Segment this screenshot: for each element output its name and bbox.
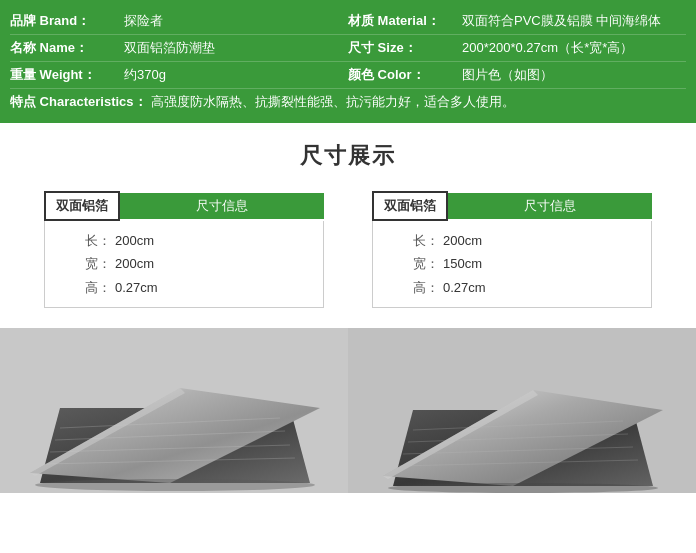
material-label: 材质 Material： xyxy=(348,12,458,30)
size-label: 尺寸 Size： xyxy=(348,39,458,57)
images-area xyxy=(0,328,696,493)
dim-value-1-0: 200cm xyxy=(443,229,482,252)
dim-label-1-2: 高： xyxy=(413,276,439,299)
material-value: 双面符合PVC膜及铝膜 中间海绵体 xyxy=(462,12,686,30)
card-info-header-1: 尺寸信息 xyxy=(448,193,652,219)
section-title: 尺寸展示 xyxy=(0,123,696,181)
char-cell: 特点 Characteristics： 高强度防水隔热、抗撕裂性能强、抗污能力好… xyxy=(10,93,686,111)
size-value: 200*200*0.27cm（长*宽*高） xyxy=(462,39,686,57)
color-label: 颜色 Color： xyxy=(348,66,458,84)
dim-label-0-0: 长： xyxy=(85,229,111,252)
name-cell: 名称 Name： 双面铝箔防潮垫 xyxy=(10,39,348,57)
info-row-brand-material: 品牌 Brand： 探险者 材质 Material： 双面符合PVC膜及铝膜 中… xyxy=(10,8,686,35)
dim-value-0-2: 0.27cm xyxy=(115,276,158,299)
card-info-header-0: 尺寸信息 xyxy=(120,193,324,219)
dim-row-1-2: 高：0.27cm xyxy=(413,276,631,299)
dim-row-1-0: 长：200cm xyxy=(413,229,631,252)
card-header-0: 双面铝箔尺寸信息 xyxy=(44,191,324,221)
weight-label: 重量 Weight： xyxy=(10,66,120,84)
dim-label-1-1: 宽： xyxy=(413,252,439,275)
weight-cell: 重量 Weight： 约370g xyxy=(10,66,348,84)
color-cell: 颜色 Color： 图片色（如图） xyxy=(348,66,686,84)
dimension-card-1: 双面铝箔尺寸信息长：200cm宽：150cm高：0.27cm xyxy=(372,191,652,308)
card-badge-1: 双面铝箔 xyxy=(372,191,448,221)
brand-label: 品牌 Brand： xyxy=(10,12,120,30)
info-row-name-size: 名称 Name： 双面铝箔防潮垫 尺寸 Size： 200*200*0.27cm… xyxy=(10,35,686,62)
size-cell: 尺寸 Size： 200*200*0.27cm（长*宽*高） xyxy=(348,39,686,57)
char-value: 高强度防水隔热、抗撕裂性能强、抗污能力好，适合多人使用。 xyxy=(151,93,686,111)
dim-value-1-1: 150cm xyxy=(443,252,482,275)
dim-label-0-2: 高： xyxy=(85,276,111,299)
dimension-area: 双面铝箔尺寸信息长：200cm宽：200cm高：0.27cm双面铝箔尺寸信息长：… xyxy=(0,181,696,328)
dim-row-0-0: 长：200cm xyxy=(85,229,303,252)
brand-cell: 品牌 Brand： 探险者 xyxy=(10,12,348,30)
dim-row-0-2: 高：0.27cm xyxy=(85,276,303,299)
dim-value-0-0: 200cm xyxy=(115,229,154,252)
card-info-body-1: 长：200cm宽：150cm高：0.27cm xyxy=(372,221,652,308)
info-table: 品牌 Brand： 探险者 材质 Material： 双面符合PVC膜及铝膜 中… xyxy=(0,0,696,123)
product-image-right xyxy=(348,328,696,493)
svg-point-13 xyxy=(388,483,658,493)
info-row-char: 特点 Characteristics： 高强度防水隔热、抗撕裂性能强、抗污能力好… xyxy=(10,89,686,115)
card-header-1: 双面铝箔尺寸信息 xyxy=(372,191,652,221)
product-image-left xyxy=(0,328,348,493)
info-row-weight-color: 重量 Weight： 约370g 颜色 Color： 图片色（如图） xyxy=(10,62,686,89)
brand-value: 探险者 xyxy=(124,12,348,30)
card-info-body-0: 长：200cm宽：200cm高：0.27cm xyxy=(44,221,324,308)
dim-label-0-1: 宽： xyxy=(85,252,111,275)
dim-row-1-1: 宽：150cm xyxy=(413,252,631,275)
weight-value: 约370g xyxy=(124,66,348,84)
card-badge-0: 双面铝箔 xyxy=(44,191,120,221)
name-value: 双面铝箔防潮垫 xyxy=(124,39,348,57)
dim-label-1-0: 长： xyxy=(413,229,439,252)
dim-row-0-1: 宽：200cm xyxy=(85,252,303,275)
name-label: 名称 Name： xyxy=(10,39,120,57)
color-value: 图片色（如图） xyxy=(462,66,686,84)
dimension-card-0: 双面铝箔尺寸信息长：200cm宽：200cm高：0.27cm xyxy=(44,191,324,308)
dim-value-1-2: 0.27cm xyxy=(443,276,486,299)
material-cell: 材质 Material： 双面符合PVC膜及铝膜 中间海绵体 xyxy=(348,12,686,30)
char-label: 特点 Characteristics： xyxy=(10,93,147,111)
dim-value-0-1: 200cm xyxy=(115,252,154,275)
svg-point-4 xyxy=(35,479,315,491)
